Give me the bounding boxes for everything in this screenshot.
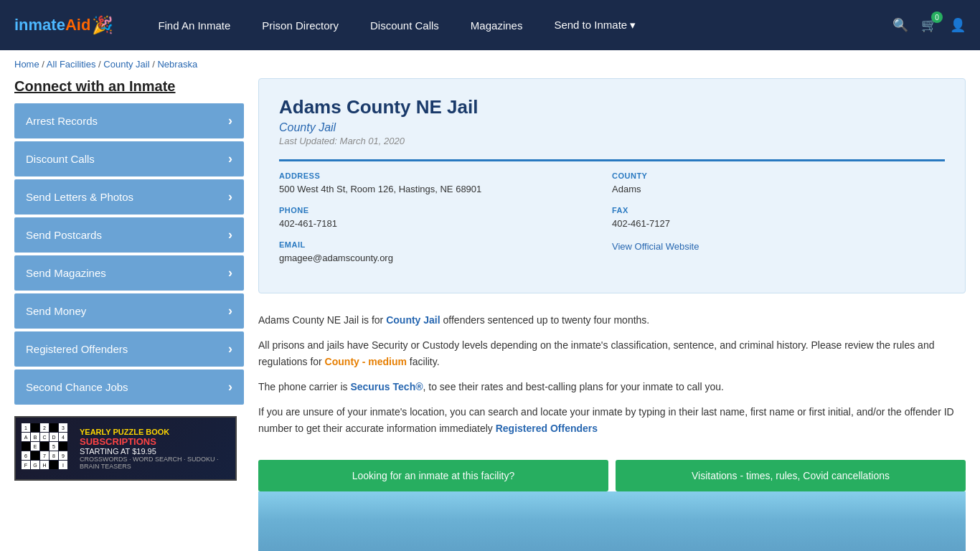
sidebar-item-label: Send Money: [26, 305, 86, 317]
visitations-button[interactable]: Visitations - times, rules, Covid cancel…: [616, 460, 966, 491]
chevron-right-icon: ›: [228, 113, 232, 128]
sidebar-item-registered-offenders[interactable]: Registered Offenders ›: [14, 331, 244, 367]
sidebar-item-send-magazines[interactable]: Send Magazines ›: [14, 255, 244, 291]
sidebar: Connect with an Inmate Arrest Records › …: [14, 78, 244, 551]
desc-p4-text: If you are unsure of your inmate's locat…: [258, 406, 954, 434]
desc-p1-after: offenders sentenced up to twenty four mo…: [440, 314, 650, 326]
ad-subtitle: SUBSCRIPTIONS: [80, 436, 232, 447]
nav-prison-directory[interactable]: Prison Directory: [246, 19, 354, 32]
logo-emoji: 🎉: [92, 15, 113, 35]
breadcrumb-all-facilities[interactable]: All Facilities: [47, 59, 96, 70]
logo-all-text: Aid: [65, 16, 90, 34]
sidebar-item-send-letters[interactable]: Send Letters & Photos ›: [14, 179, 244, 215]
sidebar-title: Connect with an Inmate: [14, 78, 244, 95]
find-inmate-button[interactable]: Looking for an inmate at this facility?: [258, 460, 608, 491]
nav-find-inmate[interactable]: Find An Inmate: [142, 19, 246, 32]
desc-p1: Adams County NE Jail is for County Jail …: [258, 312, 966, 329]
search-icon[interactable]: 🔍: [892, 17, 908, 33]
address-label: ADDRESS: [279, 171, 612, 180]
detail-col-left: ADDRESS 500 West 4th St, Room 126, Hasti…: [279, 171, 612, 276]
main-content: Adams County NE Jail County Jail Last Up…: [258, 78, 966, 551]
desc-p1-before: Adams County NE Jail is for: [258, 314, 386, 326]
ad-crossword-graphic: 123 ABCD4 E5 6789 FGHI: [22, 423, 72, 476]
email-label: EMAIL: [279, 240, 612, 249]
official-website-link[interactable]: View Official Website: [612, 241, 699, 252]
sidebar-item-second-chance-jobs[interactable]: Second Chance Jobs ›: [14, 369, 244, 405]
facility-description: Adams County NE Jail is for County Jail …: [258, 305, 966, 453]
county-label: COUNTY: [612, 171, 945, 180]
chevron-right-icon: ›: [228, 151, 232, 166]
desc-registered-offenders-link[interactable]: Registered Offenders: [496, 423, 598, 434]
sidebar-item-label: Send Postcards: [26, 229, 102, 241]
breadcrumb-home[interactable]: Home: [14, 59, 39, 70]
desc-p2: All prisons and jails have Security or C…: [258, 337, 966, 370]
facility-map: [258, 491, 966, 551]
breadcrumb-county-jail[interactable]: County Jail: [103, 59, 149, 70]
sidebar-ad[interactable]: 123 ABCD4 E5 6789 FGHI YEARLY PUZZLE BOO…: [14, 416, 237, 481]
facility-last-updated: Last Updated: March 01, 2020: [279, 136, 945, 146]
main-nav: Find An Inmate Prison Directory Discount…: [142, 19, 892, 32]
action-buttons: Looking for an inmate at this facility? …: [258, 460, 966, 491]
desc-county-medium-link[interactable]: County - medium: [325, 356, 407, 367]
email-value: gmagee@adamscounty.org: [279, 252, 612, 265]
fax-value: 402-461-7127: [612, 217, 945, 230]
chevron-right-icon: ›: [228, 303, 232, 319]
nav-magazines[interactable]: Magazines: [455, 19, 539, 32]
chevron-right-icon: ›: [228, 380, 232, 395]
sidebar-item-arrest-records[interactable]: Arrest Records ›: [14, 103, 244, 138]
logo-icon: inmateAid🎉: [14, 15, 113, 35]
sidebar-item-label: Registered Offenders: [26, 343, 128, 355]
site-header: inmateAid🎉 Find An Inmate Prison Directo…: [0, 0, 980, 50]
county-value: Adams: [612, 183, 945, 196]
desc-county-jail-link[interactable]: County Jail: [386, 314, 440, 326]
sidebar-item-label: Send Letters & Photos: [26, 191, 133, 203]
main-layout: Connect with an Inmate Arrest Records › …: [0, 78, 980, 551]
facility-name: Adams County NE Jail: [279, 96, 945, 118]
cart-icon[interactable]: 🛒 0: [921, 17, 937, 33]
phone-label: PHONE: [279, 206, 612, 215]
sidebar-item-label: Arrest Records: [26, 115, 98, 127]
desc-p3-after: , to see their rates and best-calling pl…: [423, 381, 724, 392]
sidebar-menu: Arrest Records › Discount Calls › Send L…: [14, 103, 244, 405]
sidebar-item-send-money[interactable]: Send Money ›: [14, 293, 244, 329]
ad-title: YEARLY PUZZLE BOOK: [80, 428, 232, 436]
sidebar-item-send-postcards[interactable]: Send Postcards ›: [14, 217, 244, 253]
sidebar-item-label: Send Magazines: [26, 267, 106, 279]
sidebar-item-label: Second Chance Jobs: [26, 381, 128, 393]
detail-col-right: COUNTY Adams FAX 402-461-7127 View Offic…: [612, 171, 945, 276]
chevron-right-icon: ›: [228, 265, 232, 281]
facility-type: County Jail: [279, 121, 945, 134]
ad-text: YEARLY PUZZLE BOOK SUBSCRIPTIONS STARTIN…: [77, 425, 235, 473]
facility-card: Adams County NE Jail County Jail Last Up…: [258, 78, 966, 293]
address-value: 500 West 4th St, Room 126, Hastings, NE …: [279, 183, 612, 196]
phone-value: 402-461-7181: [279, 217, 612, 230]
desc-securus-link[interactable]: Securus Tech®: [350, 381, 423, 392]
nav-discount-calls[interactable]: Discount Calls: [354, 19, 455, 32]
ad-types: CROSSWORDS · WORD SEARCH · SUDOKU · BRAI…: [80, 456, 232, 470]
ad-price: STARTING AT $19.95: [80, 447, 232, 456]
chevron-right-icon: ›: [228, 189, 232, 204]
header-icons: 🔍 🛒 0 👤: [892, 17, 966, 33]
fax-label: FAX: [612, 206, 945, 215]
desc-p2-after: facility.: [407, 356, 440, 367]
desc-p4: If you are unsure of your inmate's locat…: [258, 404, 966, 437]
facility-details: ADDRESS 500 West 4th St, Room 126, Hasti…: [279, 159, 945, 276]
desc-p3-before: The phone carrier is: [258, 381, 350, 392]
chevron-right-icon: ›: [228, 342, 232, 357]
nav-send-to-inmate[interactable]: Send to Inmate ▾: [538, 19, 651, 32]
logo[interactable]: inmateAid🎉: [14, 15, 113, 35]
desc-p3: The phone carrier is Securus Tech®, to s…: [258, 379, 966, 395]
chevron-right-icon: ›: [228, 227, 232, 242]
user-icon[interactable]: 👤: [950, 17, 966, 33]
breadcrumb-state[interactable]: Nebraska: [157, 59, 197, 70]
cart-badge: 0: [931, 11, 943, 23]
logo-inmate-text: inmate: [14, 16, 65, 34]
breadcrumb: Home / All Facilities / County Jail / Ne…: [0, 50, 980, 78]
sidebar-item-label: Discount Calls: [26, 153, 95, 165]
sidebar-item-discount-calls[interactable]: Discount Calls ›: [14, 141, 244, 176]
